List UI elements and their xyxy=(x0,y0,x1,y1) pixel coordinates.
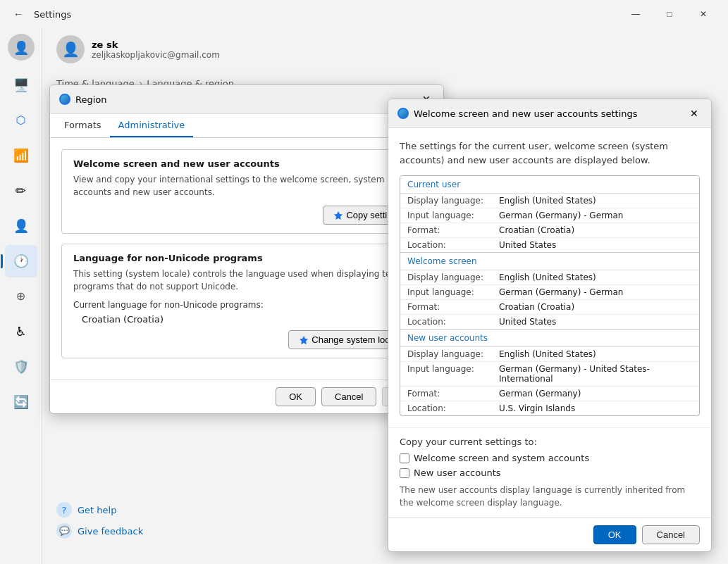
sidebar-item-bluetooth[interactable]: ⬡ xyxy=(5,104,37,137)
sidebar-item-update[interactable]: 🔄 xyxy=(5,386,37,418)
title-bar-title: Settings xyxy=(34,9,71,20)
region-ok-button[interactable]: OK xyxy=(276,387,316,406)
sidebar-item-pen[interactable]: ✏️ xyxy=(5,175,37,207)
newuser-check-row: New user accounts xyxy=(400,468,700,478)
newuser-location-value: U.S. Virgin Islands xyxy=(499,403,575,413)
help-icon: ? xyxy=(56,502,72,518)
newuser-format-label: Format: xyxy=(407,389,499,399)
security-icon: 🛡️ xyxy=(13,361,29,373)
new-user-checkbox-label: New user accounts xyxy=(414,468,501,478)
region-dialog-title-bar: Region ✕ xyxy=(50,85,443,114)
welcome-input-lang-label: Input language: xyxy=(407,287,499,297)
accessibility-icon: ♿ xyxy=(15,325,26,338)
tab-administrative[interactable]: Administrative xyxy=(110,114,194,137)
current-location-row: Location: United States xyxy=(400,238,699,253)
info-dialog-title-bar: Welcome screen and new user accounts set… xyxy=(388,99,711,128)
region-dialog: Region ✕ Formats Administrative Welcome … xyxy=(49,84,444,414)
update-icon: 🔄 xyxy=(13,396,29,408)
pen-icon: ✏️ xyxy=(16,184,26,197)
sidebar-item-system[interactable]: 🖥️ xyxy=(5,69,37,101)
feedback-icon: 💬 xyxy=(56,523,72,539)
info-dialog-footer: OK Cancel xyxy=(388,518,711,551)
info-globe-icon xyxy=(397,108,409,119)
sidebar: 👤 🖥️ ⬡ 📶 ✏️ 👤 🕐 ⊕ xyxy=(0,28,42,564)
back-button[interactable]: ← xyxy=(8,4,28,24)
newuser-input-lang-row: Input language: German (Germany) - Unite… xyxy=(400,362,699,387)
newuser-format-row: Format: German (Germany) xyxy=(400,387,699,401)
welcome-location-label: Location: xyxy=(407,317,499,327)
title-bar: ← Settings — □ ✕ xyxy=(0,0,728,28)
copy-settings-section: Copy your current settings to: Welcome s… xyxy=(388,427,711,518)
info-table: Current user Display language: English (… xyxy=(400,175,700,416)
current-display-lang-label: Display language: xyxy=(407,196,499,206)
current-locale-label: Current language for non-Unicode program… xyxy=(73,300,420,310)
new-user-checkbox[interactable] xyxy=(400,468,409,478)
welcome-format-label: Format: xyxy=(407,302,499,312)
region-dialog-tabs: Formats Administrative xyxy=(50,114,443,138)
newuser-format-value: German (Germany) xyxy=(499,389,581,399)
newuser-display-lang-label: Display language: xyxy=(407,349,499,359)
welcome-input-lang-row: Input language: German (Germany) - Germa… xyxy=(400,285,699,300)
newuser-input-lang-value: German (Germany) - United States-Interna… xyxy=(499,364,692,384)
welcome-display-lang-row: Display language: English (United States… xyxy=(400,270,699,285)
sidebar-item-security[interactable]: 🛡️ xyxy=(5,351,37,383)
sidebar-item-time[interactable]: 🕐 xyxy=(5,245,37,277)
current-format-label: Format: xyxy=(407,225,499,235)
info-dialog-close[interactable]: ✕ xyxy=(686,105,703,122)
settings-info-dialog: Welcome screen and new user accounts set… xyxy=(388,99,712,552)
current-input-lang-label: Input language: xyxy=(407,211,499,220)
unicode-section-title: Language for non-Unicode programs xyxy=(73,253,420,263)
info-dialog-body: The settings for the current user, welco… xyxy=(388,128,711,427)
welcome-section-action: Copy settings... xyxy=(73,206,420,225)
sidebar-item-network[interactable]: 📶 xyxy=(5,139,37,172)
window-close-button[interactable]: ✕ xyxy=(687,3,720,25)
welcome-screen-checkbox[interactable] xyxy=(400,453,409,463)
new-user-header: New user accounts xyxy=(400,330,699,347)
info-ok-button[interactable]: OK xyxy=(593,525,636,544)
minimize-button[interactable]: — xyxy=(619,3,652,25)
info-dialog-icon xyxy=(397,107,409,120)
current-format-value: Croatian (Croatia) xyxy=(499,225,574,235)
sidebar-item-apps[interactable]: ⊕ xyxy=(5,280,37,313)
bluetooth-icon: ⬡ xyxy=(16,115,26,126)
change-locale-icon xyxy=(299,335,309,345)
welcome-section-title: Welcome screen and new user accounts xyxy=(73,158,420,169)
tab-formats[interactable]: Formats xyxy=(56,114,110,137)
system-icon: 🖥️ xyxy=(13,79,29,92)
user-name: ze sk xyxy=(92,39,220,50)
welcome-input-lang-value: German (Germany) - German xyxy=(499,287,623,297)
copy-settings-label: Copy your current settings to: xyxy=(400,437,700,447)
time-icon: 🕐 xyxy=(13,255,29,268)
welcome-display-lang-value: English (United States) xyxy=(499,272,596,282)
newuser-display-lang-row: Display language: English (United States… xyxy=(400,347,699,362)
current-display-lang-value: English (United States) xyxy=(499,196,596,206)
region-dialog-footer: OK Cancel Apply xyxy=(50,380,443,413)
active-indicator xyxy=(1,254,3,268)
region-cancel-button[interactable]: Cancel xyxy=(321,387,376,406)
newuser-display-lang-value: English (United States) xyxy=(499,349,596,359)
shield-star-icon xyxy=(333,211,343,220)
current-location-value: United States xyxy=(499,240,556,250)
newuser-location-label: Location: xyxy=(407,403,499,413)
apps-icon: ⊕ xyxy=(16,291,25,302)
info-note: The new user accounts display language i… xyxy=(400,484,700,509)
avatar: 👤 xyxy=(8,34,35,61)
info-intro: The settings for the current user, welco… xyxy=(400,139,700,167)
current-user-header: Current user xyxy=(400,176,699,194)
user-info: ze sk zeljkaskopljakovic@gmail.com xyxy=(92,39,220,60)
maximize-button[interactable]: □ xyxy=(653,3,686,25)
accounts-icon: 👤 xyxy=(13,220,29,232)
sidebar-item-accounts[interactable]: 👤 xyxy=(5,210,37,242)
globe-icon xyxy=(59,94,70,105)
give-feedback-label: Give feedback xyxy=(78,526,143,537)
sidebar-item-accessibility[interactable]: ♿ xyxy=(5,315,37,348)
info-cancel-button[interactable]: Cancel xyxy=(642,525,700,544)
welcome-check-row: Welcome screen and system accounts xyxy=(400,453,700,463)
current-input-lang-value: German (Germany) - German xyxy=(499,211,623,220)
welcome-display-lang-label: Display language: xyxy=(407,272,499,282)
get-help-label: Get help xyxy=(78,505,116,515)
user-profile: 👤 ze sk zeljkaskopljakovic@gmail.com xyxy=(56,28,714,66)
unicode-section-box: Language for non-Unicode programs This s… xyxy=(61,244,432,358)
current-format-row: Format: Croatian (Croatia) xyxy=(400,223,699,238)
unicode-section-action: Change system locale... xyxy=(73,330,420,349)
